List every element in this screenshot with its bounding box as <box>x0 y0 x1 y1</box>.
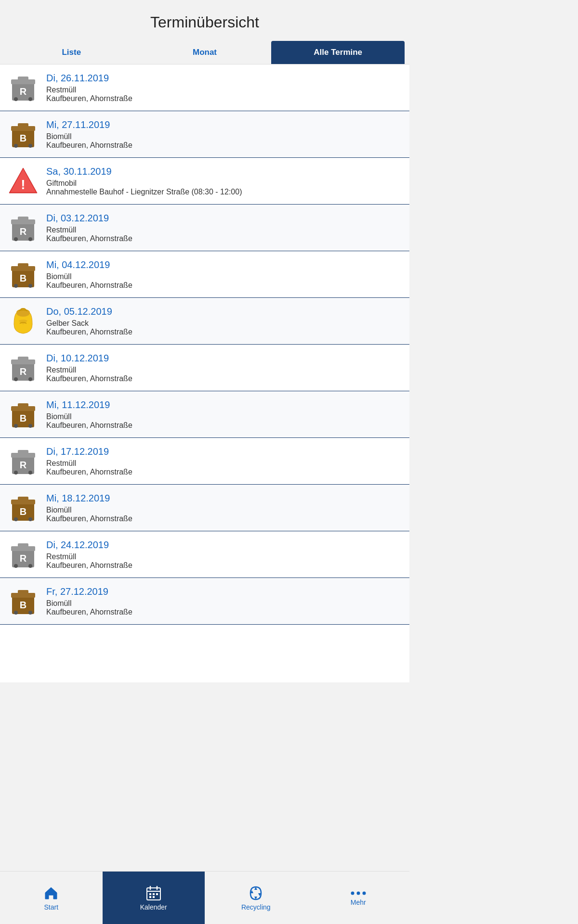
item-location: Annahmestelle Bauhof - Liegnitzer Straße… <box>46 188 402 196</box>
nav-kalender[interactable]: Kalender <box>103 872 205 924</box>
item-type: Restmüll <box>46 226 402 234</box>
list-item[interactable]: R Di, 24.12.2019 Restmüll Kaufbeuren, Ah… <box>0 531 409 578</box>
svg-point-34 <box>28 377 32 381</box>
svg-point-10 <box>14 144 18 148</box>
nav-start-label: Start <box>44 903 58 911</box>
item-type: Restmüll <box>46 459 402 468</box>
list-item[interactable]: B Mi, 18.12.2019 Biomüll Kaufbeuren, Aho… <box>0 485 409 531</box>
list-item[interactable]: B Mi, 27.11.2019 Biomüll Kaufbeuren, Aho… <box>0 111 409 158</box>
nav-recycling[interactable]: Recycling <box>205 872 307 924</box>
more-icon <box>350 890 367 897</box>
svg-text:B: B <box>20 273 26 283</box>
svg-text:R: R <box>20 226 27 237</box>
gelber-sack-icon <box>8 306 39 336</box>
item-type: Giftmobil <box>46 179 402 188</box>
nav-mehr-label: Mehr <box>351 898 366 906</box>
item-date: Mi, 11.12.2019 <box>46 399 402 411</box>
item-date: Di, 10.12.2019 <box>46 353 402 364</box>
item-location: Kaufbeuren, Ahornstraße <box>46 561 402 570</box>
item-type: Biomüll <box>46 412 402 421</box>
item-type: Gelber Sack <box>46 319 402 328</box>
svg-point-63 <box>14 611 18 615</box>
list-item[interactable]: R Di, 26.11.2019 Restmüll Kaufbeuren, Ah… <box>0 64 409 111</box>
list-item[interactable]: B Mi, 04.12.2019 Biomüll Kaufbeuren, Aho… <box>0 251 409 298</box>
svg-point-20 <box>28 237 32 241</box>
nav-recycling-label: Recycling <box>241 903 271 911</box>
svg-point-26 <box>28 284 32 288</box>
list-item[interactable]: Do, 05.12.2019 Gelber Sack Kaufbeuren, A… <box>0 298 409 345</box>
restmuell-icon: R <box>8 352 39 383</box>
nav-mehr[interactable]: Mehr <box>307 872 410 924</box>
restmuell-icon: R <box>8 539 39 570</box>
svg-rect-43 <box>18 450 28 454</box>
item-type: Biomüll <box>46 272 402 281</box>
tab-alle-termine[interactable]: Alle Termine <box>271 41 405 64</box>
item-content: Mi, 18.12.2019 Biomüll Kaufbeuren, Ahorn… <box>46 493 402 523</box>
item-date: Di, 17.12.2019 <box>46 446 402 457</box>
biomuell-icon: B <box>8 119 39 150</box>
item-type: Restmüll <box>46 86 402 94</box>
biomuell-icon: B <box>8 492 39 523</box>
svg-text:B: B <box>20 600 26 610</box>
svg-text:!: ! <box>21 177 25 192</box>
nav-kalender-label: Kalender <box>140 903 167 911</box>
item-content: Do, 05.12.2019 Gelber Sack Kaufbeuren, A… <box>46 306 402 336</box>
item-content: Di, 24.12.2019 Restmüll Kaufbeuren, Ahor… <box>46 539 402 570</box>
list-item[interactable]: B Mi, 11.12.2019 Biomüll Kaufbeuren, Aho… <box>0 391 409 438</box>
svg-rect-8 <box>18 123 28 127</box>
bottom-navigation: Start Kalender <box>0 871 409 924</box>
item-content: Di, 10.12.2019 Restmüll Kaufbeuren, Ahor… <box>46 353 402 383</box>
svg-point-74 <box>351 891 354 895</box>
item-location: Kaufbeuren, Ahornstraße <box>46 374 402 383</box>
nav-start[interactable]: Start <box>0 872 103 924</box>
list-item[interactable]: ! Sa, 30.11.2019 Giftmobil Annahmestelle… <box>0 158 409 205</box>
svg-point-52 <box>28 517 32 521</box>
item-date: Mi, 04.12.2019 <box>46 259 402 270</box>
list-item[interactable]: R Di, 03.12.2019 Restmüll Kaufbeuren, Ah… <box>0 205 409 251</box>
svg-rect-55 <box>18 543 28 547</box>
item-date: Di, 03.12.2019 <box>46 213 402 224</box>
svg-point-40 <box>28 424 32 428</box>
svg-text:R: R <box>20 86 27 97</box>
item-type: Restmüll <box>46 552 402 561</box>
item-date: Fr, 27.12.2019 <box>46 586 402 597</box>
svg-rect-23 <box>18 263 28 267</box>
item-type: Biomüll <box>46 599 402 608</box>
giftmobil-icon: ! <box>8 166 39 196</box>
item-location: Kaufbeuren, Ahornstraße <box>46 514 402 523</box>
svg-rect-2 <box>18 77 28 80</box>
svg-rect-71 <box>156 893 158 895</box>
svg-point-19 <box>14 237 18 241</box>
item-location: Kaufbeuren, Ahornstraße <box>46 141 402 150</box>
item-location: Kaufbeuren, Ahornstraße <box>46 608 402 616</box>
list-item[interactable]: B Fr, 27.12.2019 Biomüll Kaufbeuren, Aho… <box>0 578 409 625</box>
svg-point-33 <box>14 377 18 381</box>
svg-point-57 <box>14 564 18 568</box>
item-location: Kaufbeuren, Ahornstraße <box>46 94 402 103</box>
list-item[interactable]: R Di, 10.12.2019 Restmüll Kaufbeuren, Ah… <box>0 345 409 391</box>
restmuell-icon: R <box>8 72 39 103</box>
svg-rect-37 <box>18 403 28 407</box>
svg-text:R: R <box>20 460 27 470</box>
restmuell-icon: R <box>8 212 39 243</box>
item-location: Kaufbeuren, Ahornstraße <box>46 468 402 476</box>
calendar-icon <box>145 885 162 901</box>
restmuell-icon: R <box>8 446 39 476</box>
tab-monat[interactable]: Monat <box>138 41 272 64</box>
item-date: Do, 05.12.2019 <box>46 306 402 317</box>
svg-point-5 <box>28 97 32 101</box>
item-content: Di, 03.12.2019 Restmüll Kaufbeuren, Ahor… <box>46 213 402 243</box>
svg-point-58 <box>28 564 32 568</box>
item-location: Kaufbeuren, Ahornstraße <box>46 328 402 336</box>
biomuell-icon: B <box>8 259 39 290</box>
tab-liste[interactable]: Liste <box>5 41 138 64</box>
svg-point-64 <box>28 611 32 615</box>
svg-point-25 <box>14 284 18 288</box>
item-location: Kaufbeuren, Ahornstraße <box>46 281 402 290</box>
list-item[interactable]: R Di, 17.12.2019 Restmüll Kaufbeuren, Ah… <box>0 438 409 485</box>
svg-text:B: B <box>20 133 26 143</box>
svg-rect-72 <box>149 896 151 898</box>
svg-rect-61 <box>18 590 28 594</box>
item-type: Biomüll <box>46 506 402 514</box>
item-location: Kaufbeuren, Ahornstraße <box>46 234 402 243</box>
